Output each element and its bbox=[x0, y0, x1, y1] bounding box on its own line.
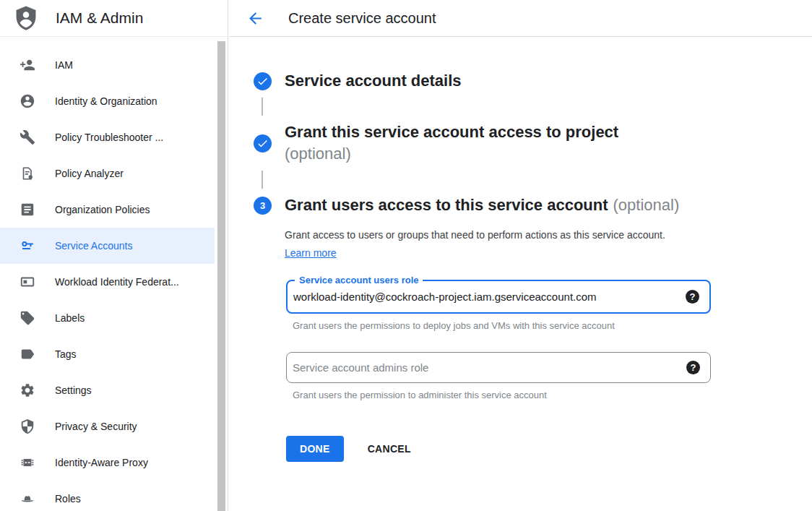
step-3-optional-label: (optional) bbox=[613, 196, 680, 214]
sidebar-item-policy-troubleshooter[interactable]: Policy Troubleshooter ... bbox=[0, 119, 215, 155]
gcp-console: IAM & Admin IAM Identity & Organization bbox=[0, 0, 812, 511]
arrow-back-icon bbox=[246, 9, 264, 27]
sidebar-item-label: Policy Troubleshooter ... bbox=[55, 132, 163, 143]
done-button[interactable]: DONE bbox=[286, 436, 344, 462]
page-title: Create service account bbox=[288, 10, 436, 27]
step-3-number-badge: 3 bbox=[254, 197, 272, 215]
sidebar-item-label: Privacy & Security bbox=[55, 421, 137, 432]
step-complete-check-icon bbox=[254, 72, 272, 90]
sidebar-item-label: Policy Analyzer bbox=[55, 168, 124, 179]
cancel-button[interactable]: CANCEL bbox=[368, 443, 411, 455]
sidebar-nav: IAM Identity & Organization Policy Troub… bbox=[0, 37, 228, 511]
sidebar-item-identity-aware-proxy[interactable]: Identity-Aware Proxy bbox=[0, 445, 215, 481]
sidebar-item-privacy-security[interactable]: Privacy & Security bbox=[0, 408, 215, 445]
step-connector bbox=[262, 98, 263, 116]
form-actions: DONE CANCEL bbox=[286, 436, 812, 462]
sidebar-header: IAM & Admin bbox=[0, 0, 228, 37]
hat-icon bbox=[20, 491, 35, 507]
sidebar-item-identity-organization[interactable]: Identity & Organization bbox=[0, 83, 215, 119]
label-icon bbox=[20, 346, 35, 362]
sidebar-item-label: Service Accounts bbox=[55, 240, 132, 252]
sidebar-item-labels[interactable]: Labels bbox=[0, 300, 215, 336]
sidebar-item-tags[interactable]: Tags bbox=[0, 336, 215, 372]
admins-role-field: ? bbox=[286, 352, 711, 383]
sidebar-item-settings[interactable]: Settings bbox=[0, 372, 215, 408]
step-3-grant-users-access[interactable]: 3 Grant users access to this service acc… bbox=[254, 194, 812, 216]
admins-role-input[interactable] bbox=[287, 361, 686, 374]
users-role-helper-text: Grant users the permissions to deploy jo… bbox=[293, 320, 812, 331]
sidebar-item-label: IAM bbox=[55, 59, 73, 71]
step-3-description: Grant access to users or groups that nee… bbox=[285, 226, 678, 262]
step-3-number: 3 bbox=[260, 200, 265, 211]
step-3-content: Grant access to users or groups that nee… bbox=[285, 226, 812, 462]
users-role-label: Service account users role bbox=[295, 275, 423, 285]
sidebar-item-label: Identity-Aware Proxy bbox=[55, 457, 148, 468]
document-gear-icon bbox=[20, 166, 35, 181]
tag-icon bbox=[20, 310, 35, 326]
admins-role-helper-text: Grant users the permission to administer… bbox=[293, 390, 812, 400]
step-2-optional-label: (optional) bbox=[285, 143, 618, 165]
service-account-key-icon bbox=[20, 238, 35, 254]
sidebar-item-label: Workload Identity Federat... bbox=[55, 276, 179, 288]
sidebar-item-label: Organization Policies bbox=[55, 204, 150, 215]
sidebar-item-label: Settings bbox=[55, 385, 92, 396]
step-complete-check-icon bbox=[254, 134, 272, 153]
step-connector bbox=[262, 171, 263, 189]
article-icon bbox=[20, 202, 35, 218]
help-icon[interactable]: ? bbox=[686, 290, 699, 304]
step-1-title: Service account details bbox=[285, 70, 462, 92]
wrench-icon bbox=[20, 129, 35, 145]
users-role-input[interactable] bbox=[288, 291, 686, 303]
learn-more-link[interactable]: Learn more bbox=[285, 247, 337, 259]
sidebar-item-workload-identity-federation[interactable]: Workload Identity Federat... bbox=[0, 264, 215, 300]
sidebar-scrollbar[interactable] bbox=[217, 41, 225, 511]
step-3-title: Grant users access to this service accou… bbox=[285, 196, 608, 214]
sidebar: IAM & Admin IAM Identity & Organization bbox=[0, 0, 228, 511]
topbar: Create service account bbox=[229, 0, 812, 37]
sidebar-item-label: Identity & Organization bbox=[55, 95, 157, 107]
step-1-service-account-details[interactable]: Service account details bbox=[254, 70, 812, 92]
sidebar-item-label: Tags bbox=[55, 348, 77, 360]
id-card-icon bbox=[20, 274, 35, 290]
sidebar-item-service-accounts[interactable]: Service Accounts bbox=[0, 228, 215, 264]
shield-half-icon bbox=[20, 418, 35, 434]
back-button[interactable] bbox=[246, 9, 264, 27]
sidebar-item-roles[interactable]: Roles bbox=[0, 481, 215, 511]
main-panel: Create service account Service account d… bbox=[229, 0, 812, 511]
users-role-field-block: Service account users role ? Grant users… bbox=[286, 280, 812, 331]
sidebar-item-policy-analyzer[interactable]: Policy Analyzer bbox=[0, 155, 215, 192]
step-2-grant-access-to-project[interactable]: Grant this service account access to pro… bbox=[254, 121, 812, 165]
product-title: IAM & Admin bbox=[56, 9, 143, 27]
help-icon[interactable]: ? bbox=[686, 361, 700, 374]
sidebar-item-iam[interactable]: IAM bbox=[0, 47, 215, 83]
sidebar-item-label: Labels bbox=[55, 312, 85, 324]
step-2-title: Grant this service account access to pro… bbox=[285, 121, 618, 143]
create-service-account-form: Service account details Grant this servi… bbox=[229, 37, 812, 462]
gear-icon bbox=[20, 382, 35, 398]
sidebar-item-label: Roles bbox=[55, 493, 81, 504]
account-circle-icon bbox=[20, 93, 35, 109]
users-role-field: Service account users role ? bbox=[286, 280, 711, 314]
admins-role-field-block: ? Grant users the permission to administ… bbox=[286, 352, 812, 400]
proxy-chip-icon bbox=[20, 455, 35, 471]
iam-admin-shield-icon bbox=[12, 4, 40, 32]
sidebar-item-organization-policies[interactable]: Organization Policies bbox=[0, 192, 215, 228]
person-add-icon bbox=[20, 57, 35, 73]
